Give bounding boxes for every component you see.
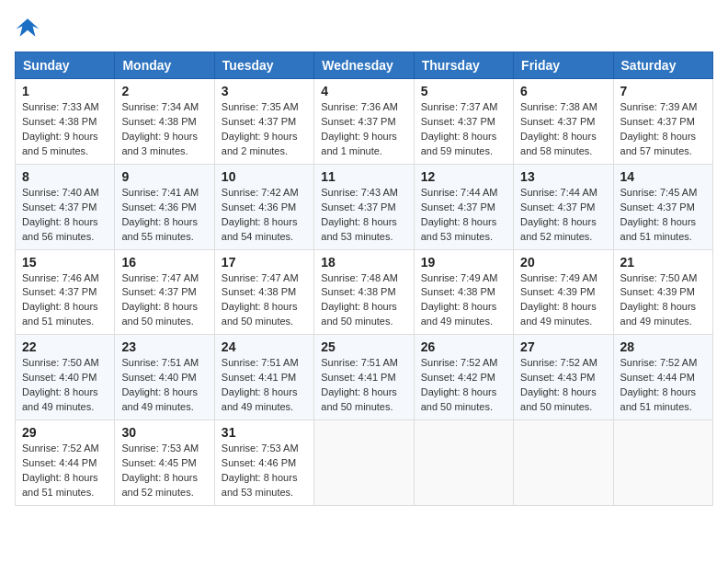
day-number: 4 xyxy=(321,84,406,98)
day-info: Sunrise: 7:45 AM Sunset: 4:37 PM Dayligh… xyxy=(620,186,706,245)
day-info: Sunrise: 7:49 AM Sunset: 4:38 PM Dayligh… xyxy=(421,271,506,330)
logo xyxy=(15,15,44,40)
day-info: Sunrise: 7:40 AM Sunset: 4:37 PM Dayligh… xyxy=(22,186,108,245)
day-number: 10 xyxy=(222,169,307,184)
day-number: 30 xyxy=(121,425,207,440)
day-info: Sunrise: 7:36 AM Sunset: 4:37 PM Dayligh… xyxy=(321,100,406,159)
day-number: 17 xyxy=(222,255,307,270)
calendar-cell: 27 Sunrise: 7:52 AM Sunset: 4:43 PM Dayl… xyxy=(514,335,613,420)
day-number: 3 xyxy=(222,84,307,98)
calendar-cell: 25 Sunrise: 7:51 AM Sunset: 4:41 PM Dayl… xyxy=(314,335,414,420)
day-info: Sunrise: 7:53 AM Sunset: 4:46 PM Dayligh… xyxy=(222,442,307,500)
day-number: 2 xyxy=(121,84,207,98)
calendar-cell: 11 Sunrise: 7:43 AM Sunset: 4:37 PM Dayl… xyxy=(314,164,414,249)
day-number: 13 xyxy=(520,169,606,184)
day-number: 20 xyxy=(520,255,606,270)
calendar-cell: 15 Sunrise: 7:46 AM Sunset: 4:37 PM Dayl… xyxy=(16,249,115,335)
calendar-cell: 2 Sunrise: 7:34 AM Sunset: 4:38 PM Dayli… xyxy=(115,79,214,165)
day-number: 31 xyxy=(222,425,307,440)
day-number: 23 xyxy=(121,339,207,354)
day-info: Sunrise: 7:47 AM Sunset: 4:37 PM Dayligh… xyxy=(121,271,207,330)
svg-marker-0 xyxy=(16,18,39,37)
calendar-week-row: 1 Sunrise: 7:33 AM Sunset: 4:38 PM Dayli… xyxy=(16,79,713,165)
calendar-header-sunday: Sunday xyxy=(16,52,115,79)
day-info: Sunrise: 7:51 AM Sunset: 4:41 PM Dayligh… xyxy=(321,356,406,415)
calendar-cell: 1 Sunrise: 7:33 AM Sunset: 4:38 PM Dayli… xyxy=(16,79,115,165)
day-number: 28 xyxy=(620,339,706,354)
day-number: 5 xyxy=(421,84,506,98)
calendar-cell: 20 Sunrise: 7:49 AM Sunset: 4:39 PM Dayl… xyxy=(514,249,613,335)
day-number: 27 xyxy=(520,339,606,354)
day-info: Sunrise: 7:34 AM Sunset: 4:38 PM Dayligh… xyxy=(121,100,207,159)
day-number: 25 xyxy=(321,339,406,354)
calendar-cell: 7 Sunrise: 7:39 AM Sunset: 4:37 PM Dayli… xyxy=(613,79,712,165)
day-number: 8 xyxy=(22,169,108,184)
day-info: Sunrise: 7:37 AM Sunset: 4:37 PM Dayligh… xyxy=(421,100,506,159)
day-info: Sunrise: 7:53 AM Sunset: 4:45 PM Dayligh… xyxy=(121,442,207,500)
calendar-cell: 23 Sunrise: 7:51 AM Sunset: 4:40 PM Dayl… xyxy=(115,335,214,420)
day-number: 26 xyxy=(421,339,506,354)
day-number: 1 xyxy=(22,84,108,98)
calendar-week-row: 29 Sunrise: 7:52 AM Sunset: 4:44 PM Dayl… xyxy=(16,420,713,506)
calendar-cell xyxy=(613,420,712,506)
calendar-cell: 30 Sunrise: 7:53 AM Sunset: 4:45 PM Dayl… xyxy=(115,420,214,506)
calendar-cell xyxy=(514,420,613,506)
calendar-cell: 3 Sunrise: 7:35 AM Sunset: 4:37 PM Dayli… xyxy=(214,79,313,165)
day-info: Sunrise: 7:44 AM Sunset: 4:37 PM Dayligh… xyxy=(520,186,606,245)
calendar-cell: 18 Sunrise: 7:48 AM Sunset: 4:38 PM Dayl… xyxy=(314,249,414,335)
day-info: Sunrise: 7:42 AM Sunset: 4:36 PM Dayligh… xyxy=(222,186,307,245)
day-info: Sunrise: 7:41 AM Sunset: 4:36 PM Dayligh… xyxy=(121,186,207,245)
day-info: Sunrise: 7:51 AM Sunset: 4:40 PM Dayligh… xyxy=(121,356,207,415)
day-number: 19 xyxy=(421,255,506,270)
calendar-cell: 31 Sunrise: 7:53 AM Sunset: 4:46 PM Dayl… xyxy=(214,420,313,506)
calendar-header-wednesday: Wednesday xyxy=(314,52,414,79)
day-info: Sunrise: 7:33 AM Sunset: 4:38 PM Dayligh… xyxy=(22,100,108,159)
day-number: 14 xyxy=(620,169,706,184)
day-number: 11 xyxy=(321,169,406,184)
day-info: Sunrise: 7:39 AM Sunset: 4:37 PM Dayligh… xyxy=(620,100,706,159)
day-info: Sunrise: 7:44 AM Sunset: 4:37 PM Dayligh… xyxy=(421,186,506,245)
day-info: Sunrise: 7:50 AM Sunset: 4:40 PM Dayligh… xyxy=(22,356,108,415)
calendar-cell: 4 Sunrise: 7:36 AM Sunset: 4:37 PM Dayli… xyxy=(314,79,414,165)
day-info: Sunrise: 7:52 AM Sunset: 4:44 PM Dayligh… xyxy=(620,356,706,415)
day-info: Sunrise: 7:43 AM Sunset: 4:37 PM Dayligh… xyxy=(321,186,406,245)
calendar-header-saturday: Saturday xyxy=(613,52,712,79)
calendar-table: SundayMondayTuesdayWednesdayThursdayFrid… xyxy=(15,52,713,506)
calendar-header-friday: Friday xyxy=(514,52,613,79)
day-number: 7 xyxy=(620,84,706,98)
calendar-cell: 13 Sunrise: 7:44 AM Sunset: 4:37 PM Dayl… xyxy=(514,164,613,249)
calendar-cell: 21 Sunrise: 7:50 AM Sunset: 4:39 PM Dayl… xyxy=(613,249,712,335)
day-number: 12 xyxy=(421,169,506,184)
day-number: 9 xyxy=(121,169,207,184)
day-info: Sunrise: 7:49 AM Sunset: 4:39 PM Dayligh… xyxy=(520,271,606,330)
calendar-header-monday: Monday xyxy=(115,52,214,79)
calendar-cell: 16 Sunrise: 7:47 AM Sunset: 4:37 PM Dayl… xyxy=(115,249,214,335)
day-info: Sunrise: 7:51 AM Sunset: 4:41 PM Dayligh… xyxy=(222,356,307,415)
calendar-cell: 28 Sunrise: 7:52 AM Sunset: 4:44 PM Dayl… xyxy=(613,335,712,420)
day-info: Sunrise: 7:47 AM Sunset: 4:38 PM Dayligh… xyxy=(222,271,307,330)
day-number: 21 xyxy=(620,255,706,270)
day-info: Sunrise: 7:46 AM Sunset: 4:37 PM Dayligh… xyxy=(22,271,108,330)
day-info: Sunrise: 7:38 AM Sunset: 4:37 PM Dayligh… xyxy=(520,100,606,159)
day-number: 6 xyxy=(520,84,606,98)
day-info: Sunrise: 7:50 AM Sunset: 4:39 PM Dayligh… xyxy=(620,271,706,330)
calendar-cell xyxy=(314,420,414,506)
calendar-cell: 19 Sunrise: 7:49 AM Sunset: 4:38 PM Dayl… xyxy=(414,249,513,335)
day-number: 29 xyxy=(22,425,108,440)
calendar-header-row: SundayMondayTuesdayWednesdayThursdayFrid… xyxy=(16,52,713,79)
day-number: 24 xyxy=(222,339,307,354)
calendar-cell: 14 Sunrise: 7:45 AM Sunset: 4:37 PM Dayl… xyxy=(613,164,712,249)
calendar-cell xyxy=(414,420,513,506)
day-info: Sunrise: 7:52 AM Sunset: 4:43 PM Dayligh… xyxy=(520,356,606,415)
calendar-cell: 24 Sunrise: 7:51 AM Sunset: 4:41 PM Dayl… xyxy=(214,335,313,420)
day-info: Sunrise: 7:35 AM Sunset: 4:37 PM Dayligh… xyxy=(222,100,307,159)
day-info: Sunrise: 7:52 AM Sunset: 4:44 PM Dayligh… xyxy=(22,442,108,500)
day-info: Sunrise: 7:48 AM Sunset: 4:38 PM Dayligh… xyxy=(321,271,406,330)
day-number: 18 xyxy=(321,255,406,270)
calendar-cell: 10 Sunrise: 7:42 AM Sunset: 4:36 PM Dayl… xyxy=(214,164,313,249)
calendar-header-thursday: Thursday xyxy=(414,52,513,79)
calendar-cell: 17 Sunrise: 7:47 AM Sunset: 4:38 PM Dayl… xyxy=(214,249,313,335)
page-header xyxy=(15,15,713,40)
day-number: 16 xyxy=(121,255,207,270)
calendar-week-row: 15 Sunrise: 7:46 AM Sunset: 4:37 PM Dayl… xyxy=(16,249,713,335)
